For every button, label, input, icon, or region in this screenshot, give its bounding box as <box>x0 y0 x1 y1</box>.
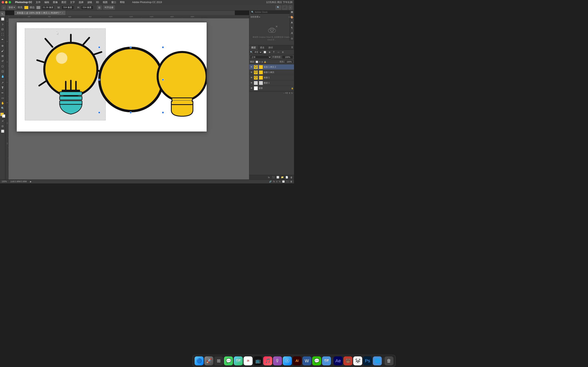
menu-text[interactable]: 文字 <box>68 0 77 4</box>
gradient-tool[interactable]: ◫ <box>0 69 5 74</box>
menu-layer[interactable]: 图层 <box>60 0 68 4</box>
layer-thumbnail <box>254 76 258 80</box>
move-tool[interactable]: ↖ <box>0 11 5 16</box>
library-search-input[interactable] <box>254 11 292 13</box>
menu-photoshop[interactable]: Photoshop CC <box>13 0 34 4</box>
menu-view[interactable]: 视图 <box>101 0 109 4</box>
new-group-button[interactable]: 📁 <box>281 175 284 179</box>
para-style-icon[interactable]: ¶ <box>290 26 294 30</box>
blur-tool[interactable]: 💧 <box>0 74 5 79</box>
marquee-tool[interactable]: ⬜ <box>0 17 5 21</box>
svg-rect-82 <box>162 112 164 113</box>
menu-select[interactable]: 选择 <box>77 0 85 4</box>
tab-paths[interactable]: 路径 <box>267 45 275 50</box>
menu-help[interactable]: 帮助 <box>118 0 126 4</box>
fullscreen-button[interactable] <box>9 1 11 3</box>
history-brush-tool[interactable]: ↺ <box>0 58 5 63</box>
layer-type-filter[interactable]: 类型 <box>253 50 262 54</box>
char-icon-2[interactable]: A <box>290 31 294 35</box>
layer-item[interactable]: 👁 背景 🔒 <box>249 86 294 91</box>
layer-visibility-toggle[interactable]: 👁 <box>250 66 253 68</box>
shape-tool[interactable]: ▭ <box>0 95 5 100</box>
add-mask-button[interactable]: ⬛ <box>272 175 275 179</box>
minimize-button[interactable] <box>5 1 8 3</box>
new-layer-button[interactable]: 📄 <box>285 175 289 179</box>
menu-image[interactable]: 图像 <box>51 0 60 4</box>
blend-mode-select[interactable]: 正常 <box>250 55 272 59</box>
hand-tool[interactable]: ✋ <box>0 100 5 105</box>
expand-arrow[interactable]: ▶ <box>30 180 32 183</box>
menu-edit[interactable]: 编辑 <box>43 0 51 4</box>
layer-item[interactable]: 👁 矩形 1 拷贝 2 <box>249 64 294 70</box>
lock-position-icon[interactable]: ✛ <box>259 61 260 63</box>
delete-layer-button[interactable]: 🗑 <box>290 175 293 179</box>
quick-mask-tool[interactable]: ⊙ <box>0 124 5 128</box>
fill-color-swatch[interactable] <box>24 6 28 9</box>
panel-icon-column: ⊞ 🎨 A ¶ A ⊙ <box>290 9 294 41</box>
zoom-tool[interactable]: 🔍 <box>0 106 5 110</box>
crop-tool[interactable]: ⛶ <box>0 32 5 37</box>
eyedropper-tool[interactable]: ✒ <box>0 37 5 42</box>
w-label: W: <box>57 6 60 9</box>
search-button[interactable]: 🔍 <box>276 5 281 10</box>
layer-visibility-toggle[interactable]: 👁 <box>250 82 253 84</box>
lock-artboard-icon[interactable]: ⊕ <box>261 61 263 63</box>
layer-item[interactable]: 👁 图层 1 <box>249 80 294 86</box>
lock-pixel-icon[interactable]: ⬜ <box>256 61 258 63</box>
doc-info: 文档:5.98M/3.98M <box>10 180 27 183</box>
clone-stamp-tool[interactable]: ⊞ <box>0 53 5 58</box>
menu-file[interactable]: 文件 <box>34 0 42 4</box>
filter-shape-icon[interactable]: ▭ <box>276 50 280 54</box>
link-dimensions-button[interactable]: ⛓ <box>97 5 102 10</box>
pen-tool[interactable]: ✏ <box>0 90 5 95</box>
layer-visibility-toggle[interactable]: 👁 <box>250 71 253 74</box>
layer-visibility-toggle[interactable]: 👁 <box>250 87 253 90</box>
filter-text-icon[interactable]: T <box>272 50 276 54</box>
fill-input[interactable] <box>285 60 293 63</box>
close-button[interactable] <box>2 1 4 3</box>
filter-smart-icon[interactable]: ⊞ <box>281 50 285 54</box>
filter-pixel-icon[interactable]: ⬜ <box>263 50 267 54</box>
menu-3d[interactable]: 3D <box>94 0 100 4</box>
color-icon[interactable]: 🎨 <box>290 15 294 20</box>
add-layer-style-button[interactable]: fx <box>267 175 271 179</box>
stroke-color-swatch[interactable] <box>36 6 40 9</box>
blend-mode-row: 正常 不透明度: <box>249 55 294 60</box>
width-input[interactable] <box>62 6 74 9</box>
change-screen-tool[interactable]: ⬜ <box>0 129 5 133</box>
lock-all-icon[interactable]: 🔒 <box>264 61 266 63</box>
layer-item[interactable]: 👁 矩形 1 拷贝 <box>249 70 294 75</box>
align-button[interactable]: 对齐边缘 <box>103 5 115 10</box>
share-button[interactable]: ↑ <box>288 5 293 10</box>
filter-adjust-icon[interactable]: ◑ <box>267 50 271 54</box>
eraser-tool[interactable]: ◻ <box>0 64 5 68</box>
search-library-icon[interactable]: ⊙ <box>290 36 294 41</box>
swap-colors-icon[interactable]: ⇄ <box>2 120 3 122</box>
shape-tool-options[interactable]: 形状 ▾ <box>7 5 16 10</box>
brush-tool[interactable]: 🖌 <box>0 48 5 53</box>
text-tool[interactable]: T <box>0 85 5 90</box>
home-button[interactable]: ⌂ <box>2 5 6 10</box>
tab-layers[interactable]: 图层 <box>249 45 258 50</box>
layer-item[interactable]: 👁 矩形 1 <box>249 75 294 80</box>
background-color[interactable] <box>2 114 5 118</box>
healing-brush-tool[interactable]: ⊕ <box>0 43 5 48</box>
document-tab[interactable]: 未标题-1 @ 100% (矩形 1 拷贝 2, RGB/8*) * × <box>14 11 66 15</box>
add-adjustment-button[interactable]: ⬜ <box>276 175 280 179</box>
stroke-width-input[interactable] <box>42 6 54 9</box>
menu-window[interactable]: 窗口 <box>110 0 118 4</box>
group-view-button[interactable]: 按组查看 ▾ <box>251 16 260 18</box>
workspaces-button[interactable]: ⬛ <box>282 5 288 10</box>
height-input[interactable] <box>81 6 93 9</box>
layers-panel-menu[interactable]: ☰ <box>291 46 293 49</box>
svg-rect-76 <box>172 98 192 101</box>
char-style-icon[interactable]: A <box>290 20 294 25</box>
lasso-tool[interactable]: ↄ <box>0 22 5 26</box>
menu-filter[interactable]: 滤镜 <box>86 0 94 4</box>
opacity-input[interactable] <box>282 55 293 59</box>
object-select-tool[interactable]: ⊡ <box>0 27 5 32</box>
tab-close-button[interactable]: × <box>62 12 63 14</box>
layer-visibility-toggle[interactable]: 👁 <box>250 76 253 79</box>
path-selection-tool[interactable]: ↗ <box>0 80 5 85</box>
tab-channels[interactable]: 通道 <box>258 45 267 50</box>
